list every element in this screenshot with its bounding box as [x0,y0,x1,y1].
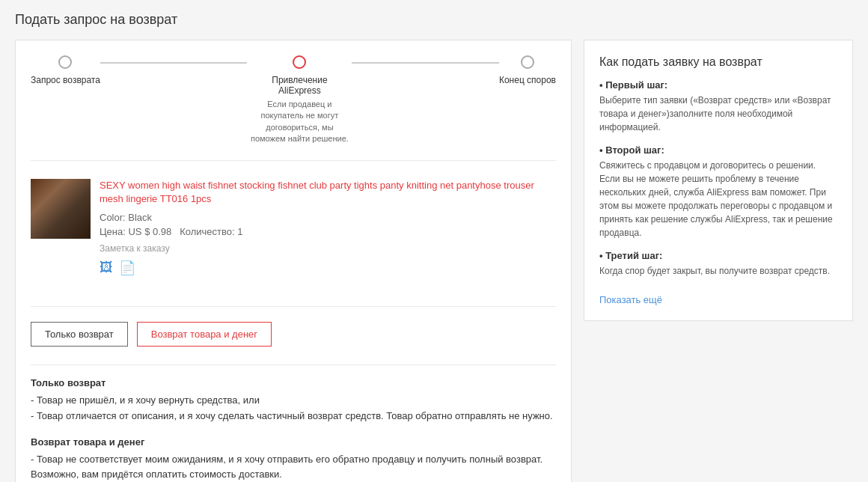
info-block-2-text-1: - Товар не соответствует моим ожиданиям,… [31,452,556,482]
right-step-1-title: • Первый шаг: [599,79,837,91]
info-block-2-title: Возврат товара и денег [31,436,556,448]
info-section: Только возврат - Товар не пришёл, и я хо… [31,364,556,482]
right-step-2-title: • Второй шаг: [599,144,837,156]
step-1-circle [58,55,72,69]
step-2-label: Привлечение AliExpress [254,75,344,96]
product-image [31,179,91,239]
step-line-1 [100,62,248,64]
right-step-3-title: • Третий шаг: [599,250,837,261]
main-layout: Запрос возврата Привлечение AliExpress Е… [15,40,853,482]
product-color: Color: Black [100,212,556,223]
step-3-circle [521,55,534,69]
left-panel: Запрос возврата Привлечение AliExpress Е… [15,40,572,482]
buttons-row: Только возврат Возврат товара и денег [31,306,556,347]
step-2-sublabel: Если продавец и покупатель не могут дого… [247,99,352,145]
show-more-link[interactable]: Показать ещё [599,294,662,305]
step-2: Привлечение AliExpress Если продавец и п… [247,55,352,145]
step-3-label: Конец споров [499,75,556,85]
step-1-label: Запрос возврата [31,75,100,85]
step-2-circle [293,55,306,69]
image-icon[interactable]: 🖼 [100,260,113,276]
info-block-2: Возврат товара и денег - Товар не соотве… [31,436,556,482]
steps-container: Запрос возврата Привлечение AliExpress Е… [31,55,556,161]
product-quantity: Количество: 1 [180,226,242,237]
product-section: SEXY women high waist fishnet stocking f… [31,179,556,291]
right-step-1: • Первый шаг: Выберите тип заявки («Возв… [599,79,837,134]
info-block-1-text-2: - Товар отличается от описания, и я хочу… [31,409,556,424]
refund-return-button[interactable]: Возврат товара и денег [137,322,272,347]
right-panel: Как подать заявку на возврат • Первый ша… [584,40,853,321]
info-block-1-text-1: - Товар не пришёл, и я хочу вернуть сред… [31,393,556,409]
right-step-2: • Второй шаг: Свяжитесь с продавцом и до… [599,144,837,240]
step-line-2 [352,62,499,64]
step-1: Запрос возврата [31,55,100,85]
right-step-2-text: Свяжитесь с продавцом и договоритесь о р… [599,159,837,240]
step-3: Конец споров [499,55,556,85]
right-step-3: • Третий шаг: Когда спор будет закрыт, в… [599,250,837,278]
document-icon[interactable]: 📄 [119,260,135,276]
info-block-1-title: Только возврат [31,377,556,388]
product-details: SEXY women high waist fishnet stocking f… [100,179,556,276]
product-price: Цена: US $ 0.98 [100,226,171,237]
product-icons: 🖼 📄 [100,260,556,276]
page-title: Подать запрос на возврат [15,12,853,28]
product-title: SEXY women high waist fishnet stocking f… [100,179,556,206]
right-panel-title: Как подать заявку на возврат [599,55,837,69]
right-step-1-text: Выберите тип заявки («Возврат средств» и… [599,94,837,134]
product-image-inner [31,179,91,239]
info-block-1: Только возврат - Товар не пришёл, и я хо… [31,377,556,424]
product-note: Заметка к заказу [100,243,556,254]
only-refund-button[interactable]: Только возврат [31,322,128,347]
product-price-qty: Цена: US $ 0.98 Количество: 1 [100,226,556,237]
right-step-3-text: Когда спор будет закрыт, вы получите воз… [599,264,837,278]
